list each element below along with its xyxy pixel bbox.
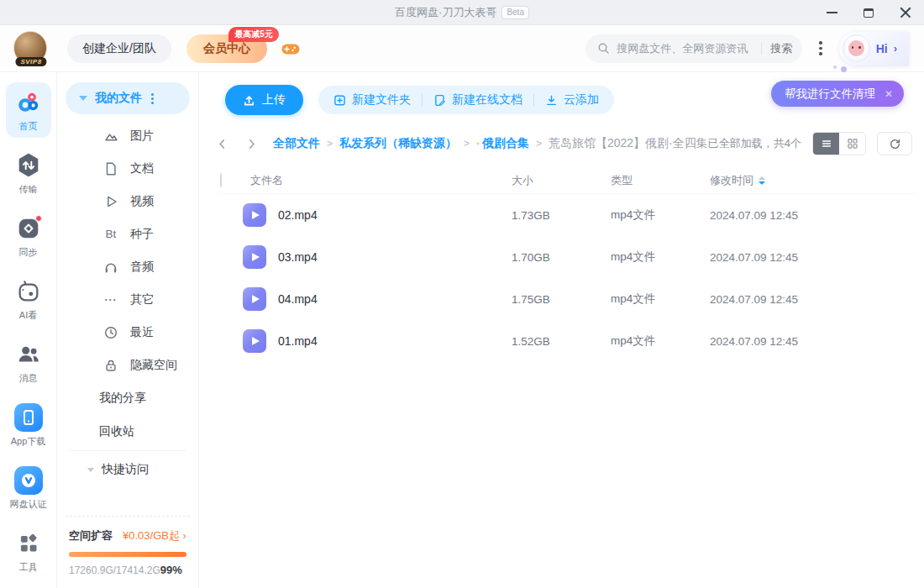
file-size: 1.70GB [512,251,611,264]
sidebar-item-audio[interactable]: 音频 [66,250,190,283]
gamepad-icon [281,39,301,59]
new-online-doc-label: 新建在线文档 [452,92,522,108]
header-right: 搜索 Hi › [585,32,909,66]
rail-item-app-download[interactable]: App下载 [6,397,51,453]
star-icon [476,137,480,150]
file-name[interactable]: 04.mp4 [278,292,318,306]
user-avatar[interactable]: SVIP8 [13,31,49,66]
table-header: 文件名 大小 类型 修改时间 [220,167,916,194]
history-nav [216,138,258,150]
rail-item-ai-view[interactable]: AI看 [6,271,51,327]
file-size: 1.52GB [512,335,611,348]
my-files-menu-icon[interactable] [151,93,154,104]
close-icon[interactable]: ✕ [885,88,893,100]
vip-center-label: 会员中心 [203,41,250,56]
table-row[interactable]: 02.mp4 1.73GB mp4文件 2024.07.09 12:45 [220,194,916,236]
rail-label: 工具 [19,561,38,574]
rail-item-verify[interactable]: 网盘认证 [6,460,51,516]
sidebar-item-quick-access[interactable]: 快捷访问 [66,453,190,486]
rail-item-transfer[interactable]: 传输 [6,145,51,201]
rail-item-sync[interactable]: 同步 [6,208,51,264]
sidebar-item-videos[interactable]: 视频 [66,185,190,218]
cloud-add-button[interactable]: 云添加 [545,92,599,108]
rail-item-tools[interactable]: 工具 [6,523,51,579]
video-icon [102,194,119,209]
file-clean-tip-button[interactable]: 帮我进行文件清理 ✕ [771,81,904,107]
file-name[interactable]: 02.mp4 [278,208,318,222]
tree-label: 视频 [130,194,154,209]
sidebar-item-my-files[interactable]: 我的文件 [66,82,190,114]
storage-usage: 17260.9G/17414.2G99% [69,564,186,576]
file-name[interactable]: 01.mp4 [278,334,318,348]
assistant-greeting: Hi [876,42,888,55]
svip-badge: SVIP8 [15,57,46,66]
sidebar-item-images[interactable]: 图片 [66,119,190,152]
search-divider [761,43,762,55]
upload-button[interactable]: 上传 [225,85,303,115]
sidebar-item-others[interactable]: ··· 其它 [66,283,190,316]
breadcrumb: 全部文件 > 私发系列（稀缺资源） > 俄剧合集 > 荒岛旅馆【2022】俄剧·… [273,136,708,151]
sort-icon[interactable] [759,176,765,185]
maximize-button[interactable] [862,6,875,19]
refresh-button[interactable] [877,132,912,155]
rail-label: 传输 [19,183,38,196]
grid-view-button[interactable] [839,133,865,155]
titlebar: 百度网盘·刀刀大表哥 Beta [0,0,924,25]
rail-label: 首页 [19,120,38,133]
rail-bottom: App下载 网盘认证 [6,397,51,586]
breadcrumb-item-collection[interactable]: 俄剧合集 [482,136,529,151]
torrent-icon: Bt [102,228,119,240]
breadcrumb-separator: > [536,138,542,150]
column-header-name[interactable]: 文件名 [250,173,512,188]
video-file-icon [243,203,266,227]
sidebar-item-my-share[interactable]: 我的分享 [66,381,190,415]
sidebar-item-recycle-bin[interactable]: 回收站 [66,415,190,449]
sidebar-item-torrents[interactable]: Bt 种子 [66,218,190,250]
list-controls: 已全部加载，共4个 [708,132,912,155]
new-folder-button[interactable]: 新建文件夹 [333,92,411,108]
storage-expand-link[interactable]: 空间扩容 ¥0.03/GB起 › [69,528,186,543]
list-view-button[interactable] [813,133,839,155]
column-header-size[interactable]: 大小 [512,173,611,188]
minimize-button[interactable] [825,6,838,19]
search-box[interactable]: 搜索 [585,34,802,63]
file-name[interactable]: 03.mp4 [278,250,318,264]
back-button[interactable] [216,138,228,150]
image-icon [102,128,119,144]
app-body: 首页 传输 同步 [0,72,924,588]
column-header-modified[interactable]: 修改时间 [710,173,916,188]
more-menu-button[interactable] [816,38,826,59]
select-all-checkbox[interactable] [220,173,222,187]
column-header-type[interactable]: 类型 [611,173,710,188]
table-row[interactable]: 01.mp4 1.52GB mp4文件 2024.07.09 12:45 [220,320,916,362]
file-modified: 2024.07.09 12:45 [710,293,916,306]
chevron-expand-icon [87,468,94,472]
close-button[interactable] [899,6,912,19]
video-file-icon [243,245,266,269]
breadcrumb-item-current: 荒岛旅馆【2022】俄剧·全四集 [549,136,708,151]
rail-item-messages[interactable]: 消息 [6,334,51,390]
search-submit[interactable]: 搜索 [770,41,792,56]
storage-expand-label: 空间扩容 [69,528,113,543]
breadcrumb-item-all-files[interactable]: 全部文件 [273,136,320,151]
rail-item-home[interactable]: 首页 [6,82,51,138]
game-center-button[interactable] [281,39,301,59]
assistant-dot-decoration [841,66,847,72]
vip-center-button[interactable]: 会员中心 最高减5元 [186,34,267,63]
chevron-expand-icon [79,96,87,101]
loaded-status: 已全部加载，共4个 [708,136,801,151]
new-online-doc-button[interactable]: 新建在线文档 [433,92,522,108]
search-input[interactable] [617,42,753,55]
forward-button[interactable] [245,138,258,150]
file-type: mp4文件 [611,333,710,349]
assistant-button[interactable]: Hi › [839,32,909,66]
sidebar-item-documents[interactable]: 文档 [66,152,190,185]
sidebar-item-recent[interactable]: 最近 [66,316,190,349]
table-row[interactable]: 04.mp4 1.75GB mp4文件 2024.07.09 12:45 [220,278,916,320]
verify-icon [14,466,43,495]
vip-discount-badge: 最高减5元 [228,27,279,42]
create-team-button[interactable]: 创建企业/团队 [67,34,171,63]
breadcrumb-item-series[interactable]: 私发系列（稀缺资源） [339,136,457,151]
sidebar-item-hidden-space[interactable]: 隐藏空间 [66,349,190,381]
table-row[interactable]: 03.mp4 1.70GB mp4文件 2024.07.09 12:45 [220,236,916,278]
